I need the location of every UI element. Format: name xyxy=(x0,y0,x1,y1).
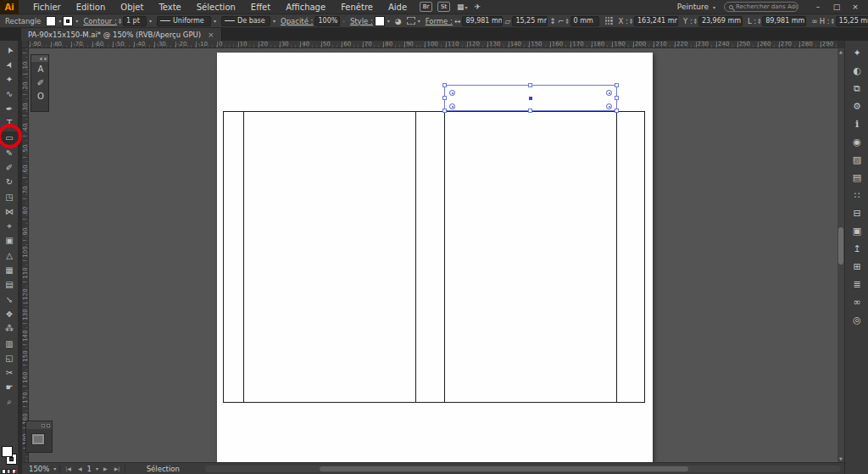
eyedropper-tool[interactable]: ⊸ xyxy=(0,293,19,306)
corner-widget-bottom-left[interactable] xyxy=(449,103,455,109)
zoom-tool[interactable]: ⌕ xyxy=(0,395,19,409)
menu-edition[interactable]: Edition xyxy=(69,0,114,14)
bridge-badge[interactable]: Br xyxy=(420,2,432,12)
color-button[interactable] xyxy=(2,469,6,474)
corner-widget-bottom-right[interactable] xyxy=(606,103,612,109)
selection-handle-bottom-right[interactable] xyxy=(615,109,619,113)
direct-selection-tool[interactable]: ➤ xyxy=(0,58,19,71)
scale-tool[interactable]: ◳ xyxy=(0,190,19,204)
width-tool[interactable]: ⋈ xyxy=(0,204,19,218)
color-guide-panel-icon[interactable]: ◉ xyxy=(845,134,868,149)
x-field[interactable]: 163,241 mm xyxy=(634,16,678,26)
corner-widget-top-right[interactable] xyxy=(606,90,612,96)
stepper-down-icon[interactable]: ▼ xyxy=(832,21,834,25)
selection-handle-top-middle[interactable] xyxy=(528,83,532,87)
swatches-panel-icon[interactable]: ▨ xyxy=(845,152,868,167)
links-panel-icon[interactable]: ∞ xyxy=(845,294,868,309)
style-dropdown-icon[interactable]: ▾ xyxy=(387,18,390,24)
floating-toolbar[interactable]: A✐O xyxy=(31,54,49,112)
opacity-label[interactable]: Opacité : xyxy=(281,17,313,25)
stepper-down-icon[interactable]: ▼ xyxy=(630,21,632,25)
gradient-button[interactable] xyxy=(7,469,11,474)
workspace-switcher[interactable]: Peinture ▾ xyxy=(677,3,715,11)
fill-color-swatch[interactable] xyxy=(46,16,56,26)
last-artboard-button[interactable]: ▶| xyxy=(113,466,122,471)
stepper-down-icon[interactable]: ▼ xyxy=(694,21,697,25)
dieline-rectangle[interactable] xyxy=(223,111,645,403)
selection-handle-middle-right[interactable] xyxy=(615,96,619,100)
color-panel-icon[interactable]: ◐ xyxy=(845,63,868,78)
stroke-dropdown-icon[interactable]: ▾ xyxy=(75,18,78,24)
selected-rectangle[interactable] xyxy=(444,85,617,111)
pen-tool-icon[interactable]: ✐ xyxy=(31,75,50,89)
minimize-button[interactable]: – xyxy=(809,0,827,14)
reference-point-locator[interactable] xyxy=(604,16,614,25)
horizontal-ruler[interactable]: -90-80-70-60-50-40-30-20-100102030405060… xyxy=(29,41,837,48)
selection-handle-bottom-middle[interactable] xyxy=(528,109,532,113)
constrain-proportions-icon[interactable]: ∞ xyxy=(811,17,818,25)
ellipse-tool-icon[interactable]: O xyxy=(31,89,50,103)
stroke-weight-dropdown-icon[interactable]: ▾ xyxy=(149,18,152,24)
libraries-panel-icon[interactable]: ✦ xyxy=(845,45,868,60)
h-stepper[interactable]: ▲▼ xyxy=(832,18,834,25)
stepper-down-icon[interactable]: ▼ xyxy=(565,21,568,25)
export-panel-icon[interactable]: ↥ xyxy=(845,241,868,256)
magic-wand-tool[interactable]: ✦ xyxy=(0,73,19,86)
fold-line-3[interactable] xyxy=(444,111,445,403)
pencil-tool[interactable]: ✐ xyxy=(0,160,19,174)
artboards-panel-icon[interactable]: ⊞ xyxy=(845,259,868,274)
width-profile-select[interactable]: Uniforme xyxy=(157,16,211,26)
align-panel-icon[interactable]: ⊟ xyxy=(845,205,868,220)
stroke-weight-label[interactable]: Contour : xyxy=(83,17,117,25)
mesh-tool[interactable]: ▦ xyxy=(0,264,19,277)
floating-panel[interactable] xyxy=(25,421,53,453)
transform-panel-icon[interactable]: ∷ xyxy=(845,187,868,203)
selection-tool[interactable]: ➤ xyxy=(0,43,19,57)
menu-aide[interactable]: Aide xyxy=(381,0,415,14)
collapse-icon[interactable] xyxy=(42,424,45,427)
artboard[interactable] xyxy=(217,53,653,462)
brush-definition-select[interactable]: De base xyxy=(221,16,270,26)
stock-search-input[interactable]: Rechercher dans Adobe Stock xyxy=(724,2,798,12)
floating-panel-header[interactable] xyxy=(26,421,52,429)
perspective-grid-tool[interactable]: △ xyxy=(0,248,19,262)
shape-height-field[interactable]: 15,25 mm xyxy=(512,16,548,26)
actions-panel-icon[interactable]: ⚙ xyxy=(845,98,868,114)
document-setup-icon[interactable] xyxy=(407,17,415,25)
floating-toolbar-header[interactable] xyxy=(31,55,48,62)
scroll-down-icon[interactable]: ▼ xyxy=(837,456,844,461)
none-button[interactable] xyxy=(12,469,16,474)
artboard-tool[interactable]: ◱ xyxy=(0,351,19,365)
brushes-panel-icon[interactable]: ◎ xyxy=(845,312,868,327)
restore-button[interactable]: □ xyxy=(827,0,846,14)
layers-panel-icon[interactable]: ⧉ xyxy=(845,81,868,96)
selection-handle-middle-left[interactable] xyxy=(442,96,447,100)
menu-texte[interactable]: Texte xyxy=(151,0,188,14)
close-icon[interactable] xyxy=(44,58,47,60)
type-tool-icon[interactable]: A xyxy=(31,62,50,75)
shape-width-field[interactable]: 89,981 mm xyxy=(462,16,503,26)
horizontal-scrollbar[interactable] xyxy=(205,466,841,472)
symbol-sprayer-tool[interactable]: ⁂ xyxy=(0,322,19,336)
close-icon[interactable] xyxy=(47,424,50,427)
brush-dropdown-icon[interactable]: ▾ xyxy=(273,18,275,24)
menu-fenetre[interactable]: Fenêtre xyxy=(333,0,381,14)
menu-effet[interactable]: Effet xyxy=(243,0,278,14)
width-profile-dropdown-icon[interactable]: ▾ xyxy=(214,18,216,24)
menu-selection[interactable]: Sélection xyxy=(189,0,243,14)
horizontal-scrollbar-thumb[interactable] xyxy=(320,466,688,471)
fold-line-2[interactable] xyxy=(415,111,416,403)
selection-handle-bottom-left[interactable] xyxy=(442,109,447,113)
opacity-field[interactable]: 100% xyxy=(314,16,340,26)
scroll-up-icon[interactable]: ▲ xyxy=(837,49,844,54)
vertical-scrollbar-thumb[interactable] xyxy=(838,227,843,265)
selection-handle-top-right[interactable] xyxy=(615,83,619,87)
stepper-down-icon[interactable]: ▼ xyxy=(119,21,121,25)
menu-objet[interactable]: Objet xyxy=(113,0,151,14)
zoom-dropdown-icon[interactable]: ▾ xyxy=(53,466,56,471)
gradient-tool[interactable]: ▤ xyxy=(0,278,19,292)
y-field[interactable]: 23,969 mm xyxy=(698,16,743,26)
shape-label[interactable]: Forme : xyxy=(426,17,453,25)
pathfinder-panel-icon[interactable]: ▣ xyxy=(845,223,868,238)
shape-builder-tool[interactable]: ▣ xyxy=(0,234,19,248)
